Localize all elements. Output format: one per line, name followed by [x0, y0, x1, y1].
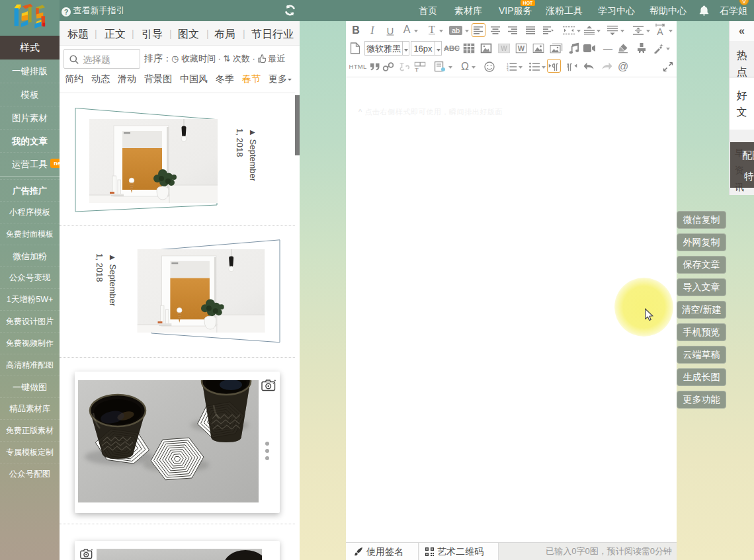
svg-text:T: T	[415, 67, 419, 72]
svg-text:W: W	[501, 45, 507, 52]
svg-text:ab: ab	[452, 26, 460, 34]
svg-text:W: W	[518, 44, 525, 52]
svg-text:3: 3	[507, 69, 509, 72]
